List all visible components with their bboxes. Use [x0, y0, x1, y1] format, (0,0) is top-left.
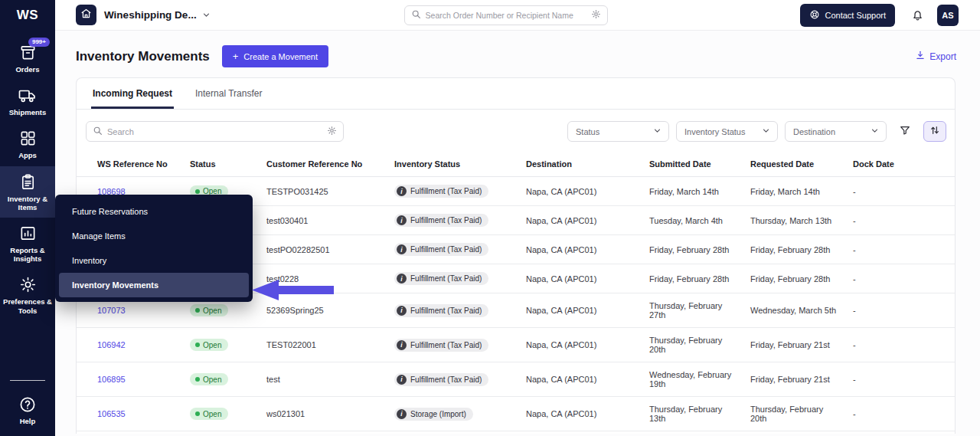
app-window: WS 999+ Orders Shipments Apps Inventory …: [0, 0, 980, 436]
column-header: Status: [184, 152, 260, 177]
sidebar-item-help[interactable]: Help: [0, 388, 55, 431]
table-header-row: WS Reference NoStatusCustomer Reference …: [77, 152, 955, 177]
requested-date-cell: Friday, March 14th: [744, 177, 847, 206]
dock-date-cell: -: [847, 235, 955, 264]
chevron-down-icon: [761, 126, 771, 137]
info-icon: i: [397, 186, 407, 196]
destination-cell: Napa, CA (APC01): [520, 206, 643, 235]
flyout-item-future-reservations[interactable]: Future Reservations: [55, 199, 253, 224]
table-search-input[interactable]: [107, 127, 322, 136]
page-head: Inventory Movements + Create a Movement …: [55, 31, 980, 77]
create-movement-label: Create a Movement: [243, 52, 318, 61]
shipments-icon: [2, 87, 53, 106]
search-settings-icon[interactable]: [591, 8, 601, 22]
inventory-status-pill: i Storage (Import): [394, 408, 473, 421]
destination-cell: Napa, CA (APC01): [520, 264, 643, 293]
funnel-icon: [899, 124, 911, 139]
flyout-item-manage-items[interactable]: Manage Items: [55, 224, 253, 248]
customer-reference-cell: test: [260, 362, 388, 397]
submitted-date-cell: Thursday, February 27th: [643, 293, 744, 328]
workspace-chevron-down-icon[interactable]: [201, 10, 211, 20]
sort-icon: [929, 124, 941, 139]
dock-date-cell: -: [847, 397, 955, 431]
inventory-status-pill: i Fulfillment (Tax Paid): [394, 214, 488, 227]
sidebar: WS 999+ Orders Shipments Apps Inventory …: [0, 0, 55, 436]
contact-support-button[interactable]: Contact Support: [800, 4, 895, 27]
destination-cell: Napa, CA (APC01): [520, 397, 643, 431]
notifications-bell-icon[interactable]: [911, 8, 924, 21]
create-movement-button[interactable]: + Create a Movement: [222, 45, 328, 67]
filter-button[interactable]: [893, 121, 916, 142]
tab-incoming-request[interactable]: Incoming Request: [91, 78, 174, 109]
sort-button[interactable]: [923, 121, 946, 142]
workspace-name[interactable]: Wineshipping De...: [104, 9, 197, 21]
flyout-item-inventory[interactable]: Inventory: [55, 248, 253, 273]
dock-date-cell: -: [847, 177, 955, 206]
dropdown-destination[interactable]: Destination: [785, 121, 887, 142]
requested-date-cell: Friday, February 21st: [744, 362, 847, 397]
dock-date-cell: -: [847, 328, 955, 362]
user-avatar[interactable]: AS: [937, 5, 959, 26]
inventory-status-pill: i Fulfillment (Tax Paid): [394, 272, 488, 285]
dropdown-status[interactable]: Status: [567, 121, 669, 142]
customer-reference-cell: test030401: [260, 206, 388, 235]
inventory-icon: [2, 173, 53, 192]
sidebar-item-reports-insights[interactable]: Reports & Insights: [0, 218, 55, 269]
dock-date-cell: -: [847, 362, 955, 397]
export-icon: [915, 50, 926, 63]
sidebar-item-preferences-tools[interactable]: Preferences & Tools: [0, 269, 55, 320]
submitted-date-cell: Thursday, February 13th: [643, 397, 744, 431]
plus-icon: +: [233, 51, 239, 61]
page-title: Inventory Movements: [76, 49, 210, 64]
sidebar-item-apps[interactable]: Apps: [0, 123, 55, 166]
requested-date-cell: Thursday, February 20th: [744, 431, 847, 434]
tab-internal-transfer[interactable]: Internal Transfer: [194, 78, 263, 109]
customer-reference-cell: TESTPO031425: [260, 177, 388, 206]
tabs: Incoming RequestInternal Transfer: [77, 78, 955, 110]
table-row[interactable]: 106895 Open test i Fulfillment (Tax Paid…: [77, 362, 955, 397]
ws-reference-link[interactable]: 106895: [97, 375, 126, 384]
table-row[interactable]: 106535 Open ws021301 i Storage (Import) …: [77, 397, 955, 431]
inventory-flyout-menu: Future ReservationsManage ItemsInventory…: [55, 195, 253, 302]
apps-icon: [2, 129, 53, 149]
requested-date-cell: Friday, February 28th: [744, 235, 847, 264]
table-row[interactable]: 106942 Open TEST022001 i Fulfillment (Ta…: [77, 328, 955, 362]
table-row[interactable]: 106487 Canceled test021201 i Storage (Bo…: [77, 431, 955, 434]
status-dot-icon: [195, 189, 200, 194]
global-search[interactable]: [404, 5, 608, 25]
column-header: Destination: [520, 152, 643, 177]
inventory-status-pill: i Fulfillment (Tax Paid): [394, 185, 488, 198]
flyout-item-inventory-movements[interactable]: Inventory Movements: [59, 273, 249, 297]
status-badge: Open: [190, 408, 228, 420]
info-icon: i: [397, 244, 407, 254]
customer-reference-cell: ws021301: [260, 397, 388, 431]
home-button[interactable]: [76, 5, 96, 25]
chevron-down-icon: [870, 126, 880, 137]
ws-logo: WS: [17, 0, 38, 28]
filterbar: Status Inventory Status Destination: [77, 110, 955, 152]
search-icon: [411, 8, 421, 22]
dropdown-inventory-status[interactable]: Inventory Status: [676, 121, 778, 142]
inventory-status-pill: i Fulfillment (Tax Paid): [394, 373, 488, 386]
global-search-input[interactable]: [426, 11, 586, 20]
ws-reference-link[interactable]: 106942: [97, 340, 126, 349]
sidebar-nav: 999+ Orders Shipments Apps Inventory & I…: [0, 37, 55, 321]
sidebar-item-orders[interactable]: 999+ Orders: [0, 37, 55, 80]
submitted-date-cell: Tuesday, March 4th: [643, 206, 744, 235]
export-button[interactable]: Export: [915, 50, 956, 63]
inventory-status-pill: i Fulfillment (Tax Paid): [394, 243, 488, 256]
dock-date-cell: -: [847, 431, 955, 434]
requested-date-cell: Thursday, February 20th: [744, 397, 847, 431]
ws-reference-link[interactable]: 107073: [97, 306, 126, 315]
sidebar-item-shipments[interactable]: Shipments: [0, 80, 55, 123]
reports-icon: [2, 225, 53, 244]
sidebar-item-inventory-items[interactable]: Inventory & Items: [0, 166, 55, 218]
ws-reference-link[interactable]: 106535: [97, 409, 126, 418]
dock-date-cell: -: [847, 293, 955, 328]
contact-support-label: Contact Support: [825, 11, 886, 20]
submitted-date-cell: Friday, February 28th: [643, 235, 744, 264]
search-settings-icon[interactable]: [327, 125, 337, 139]
requested-date-cell: Friday, February 28th: [744, 264, 847, 293]
table-search[interactable]: [86, 121, 344, 142]
info-icon: i: [397, 274, 407, 284]
